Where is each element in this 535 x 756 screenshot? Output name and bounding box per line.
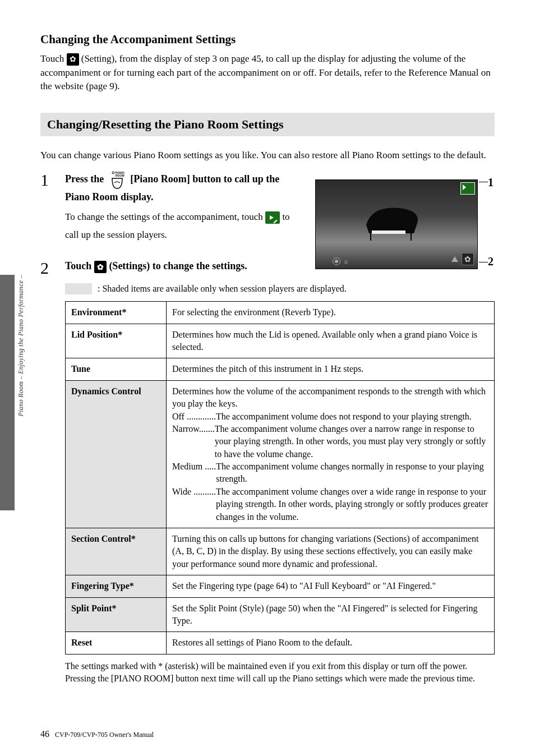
record-icon <box>333 257 340 265</box>
step-number: 1 <box>40 170 55 188</box>
session-players-icon <box>265 211 280 224</box>
dyn-narrow-def: The accompaniment volume changes over a … <box>215 423 488 460</box>
piano-room-button-icon: PIANO ROOM <box>109 170 126 190</box>
cell-label: Split Point* <box>66 597 167 632</box>
dyn-medium-def: The accompaniment volume changes normall… <box>216 460 488 486</box>
text-fragment: Touch <box>40 53 67 64</box>
table-row: Dynamics Control Determines how the volu… <box>66 380 495 528</box>
paragraph-accompaniment: Touch ✿ (Setting), from the display of s… <box>40 52 495 94</box>
grand-piano-icon <box>361 202 428 242</box>
cell-label: Reset <box>66 632 167 654</box>
cell-label: Lid Position* <box>66 324 167 358</box>
metronome-icon <box>451 256 458 262</box>
svg-point-3 <box>112 172 114 174</box>
figure-piano-room: ♫ ✿ 1 2 <box>315 179 495 269</box>
paragraph-section-intro: You can change various Piano Room settin… <box>40 149 495 163</box>
table-row: Fingering Type* Set the Fingering type (… <box>66 575 495 597</box>
figure-image: ♫ ✿ <box>315 179 478 269</box>
cell-label: Section Control* <box>66 528 167 575</box>
music-note-icon: ♫ <box>344 259 348 265</box>
table-footnote: The settings marked with * (asterisk) wi… <box>65 660 495 685</box>
text-fragment: (Setting), from the display of step 3 on… <box>40 53 491 91</box>
manual-title: CVP-709/CVP-705 Owner's Manual <box>55 731 154 739</box>
step-1-subtext: To change the settings of the accompanim… <box>65 208 298 245</box>
gear-icon: ✿ <box>94 261 107 273</box>
cell-desc: Turning this on calls up buttons for cha… <box>167 528 495 575</box>
figure-bottom-left-controls: ♫ <box>333 257 348 265</box>
settings-table: Environment* For selecting the environme… <box>65 301 495 654</box>
legend: : Shaded items are available only when s… <box>65 283 495 294</box>
page-number: 46 <box>40 729 49 739</box>
side-tab-bar <box>0 275 15 510</box>
table-row: Tune Determines the pitch of this instru… <box>66 358 495 380</box>
cell-desc: Determines how the volume of the accompa… <box>167 380 495 528</box>
dyn-wide-term: Wide .......... <box>172 486 216 498</box>
step-1-heading: Press the PIANO ROOM [Piano Room] button… <box>65 170 298 205</box>
dyn-intro: Determines how the volume of the accompa… <box>172 385 488 411</box>
gear-icon: ✿ <box>67 53 79 66</box>
cell-label: Tune <box>66 358 167 380</box>
text-fragment: Press the <box>65 173 107 185</box>
dyn-narrow-term: Narrow....... <box>172 423 215 435</box>
text-fragment: To change the settings of the accompanim… <box>65 211 265 222</box>
page: Piano Room – Enjoying the Piano Performa… <box>0 0 535 756</box>
cell-label: Dynamics Control <box>66 380 167 528</box>
cell-desc: Determines the pitch of this instrument … <box>167 358 495 380</box>
side-tab: Piano Room – Enjoying the Piano Performa… <box>0 275 26 510</box>
cell-desc: Restores all settings of Piano Room to t… <box>167 632 495 654</box>
dyn-medium-term: Medium ..... <box>172 460 216 473</box>
step-1: 1 Press the PIANO ROOM [Piano Room] butt… <box>40 170 298 245</box>
dyn-off-term: Off ............. <box>172 411 216 423</box>
session-players-icon <box>460 182 475 195</box>
cell-desc: Set the Fingering type (page 64) to "AI … <box>167 575 495 597</box>
dyn-off-def: The accompaniment volume does not respon… <box>216 411 488 423</box>
heading-changing-accompaniment: Changing the Accompaniment Settings <box>40 33 495 47</box>
cell-label: Environment* <box>66 302 167 324</box>
table-row: Split Point* Set the Split Point (Style)… <box>66 597 495 632</box>
gear-icon: ✿ <box>462 253 474 265</box>
svg-rect-0 <box>372 231 405 234</box>
side-tab-text: Piano Room – Enjoying the Piano Performa… <box>17 275 25 416</box>
step-number: 2 <box>40 259 55 276</box>
callout-1: 1 <box>488 176 494 189</box>
cell-desc: Set the Split Point (Style) (page 50) wh… <box>167 597 495 632</box>
table-row: Reset Restores all settings of Piano Roo… <box>66 632 495 654</box>
legend-swatch <box>65 283 92 294</box>
table-row: Lid Position* Determines how much the Li… <box>66 324 495 358</box>
text-fragment: Touch <box>65 260 94 271</box>
table-row: Environment* For selecting the environme… <box>66 302 495 324</box>
figure-bottom-right-controls: ✿ <box>451 253 474 265</box>
svg-text:ROOM: ROOM <box>116 174 124 177</box>
cell-label: Fingering Type* <box>66 575 167 597</box>
cell-desc: Determines how much the Lid is opened. A… <box>167 324 495 358</box>
heading-section-bar: Changing/Resetting the Piano Room Settin… <box>40 113 495 136</box>
cell-desc: For selecting the environment (Reverb Ty… <box>167 302 495 324</box>
text-fragment: (Settings) to change the settings. <box>109 260 247 271</box>
legend-text: : Shaded items are available only when s… <box>98 284 347 294</box>
dyn-wide-def: The accompaniment volume changes over a … <box>216 486 488 523</box>
page-footer: 46 CVP-709/CVP-705 Owner's Manual <box>40 729 154 739</box>
callout-2: 2 <box>488 255 494 268</box>
table-row: Section Control* Turning this on calls u… <box>66 528 495 575</box>
